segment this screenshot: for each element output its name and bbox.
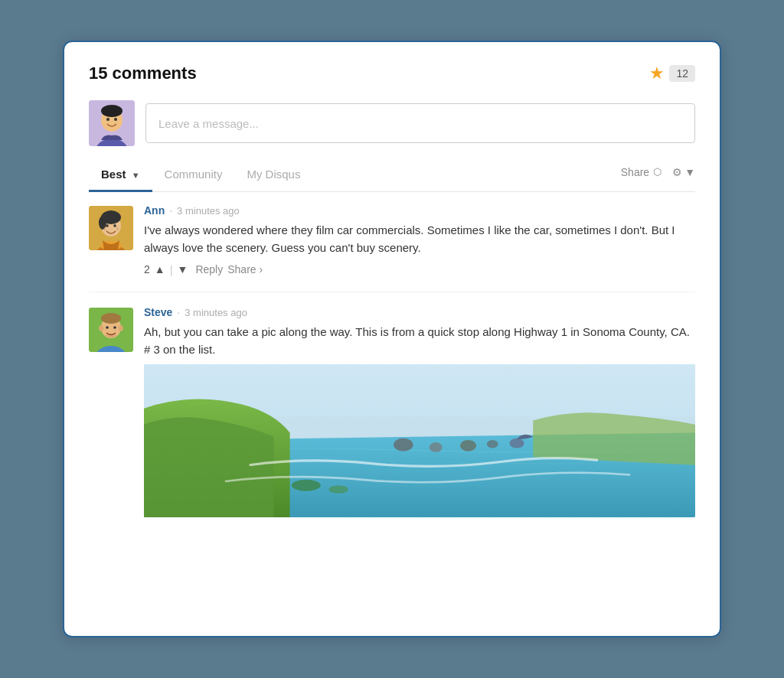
svg-point-3 [101, 105, 122, 117]
svg-point-11 [99, 216, 106, 230]
comment-text: Ah, but you can take a pic along the way… [144, 323, 695, 359]
svg-point-17 [101, 313, 121, 324]
comment-separator: · [177, 306, 180, 318]
svg-point-28 [510, 438, 524, 448]
svg-point-4 [106, 118, 109, 121]
svg-point-13 [113, 224, 116, 227]
comment-author: Steve [144, 306, 172, 318]
comment-body: Steve · 3 minutes ago Ah, but you can ta… [144, 306, 695, 518]
avatar [89, 308, 133, 352]
comment-share-button[interactable]: Share › [227, 263, 263, 275]
comment-meta: Steve · 3 minutes ago [144, 306, 695, 318]
comment-divider [89, 292, 695, 292]
svg-point-29 [292, 480, 321, 491]
vote-count: 2 [144, 263, 150, 275]
comment-author: Ann [144, 204, 165, 217]
comment-text: I've always wondered where they film car… [144, 221, 695, 257]
settings-arrow: ▼ [684, 166, 695, 178]
star-icon[interactable]: ★ [649, 65, 665, 82]
comment-image [144, 364, 695, 517]
comments-card: 15 comments ★ 12 [63, 41, 721, 637]
comment-actions: 2 ▲ | ▼ Reply Share › [144, 263, 695, 276]
svg-point-20 [106, 326, 109, 329]
svg-point-26 [460, 440, 476, 451]
tab-community[interactable]: Community [152, 160, 235, 192]
share-button[interactable]: Share ⬡ [621, 166, 662, 178]
card-header: 15 comments ★ 12 [89, 64, 695, 83]
tab-best[interactable]: Best ▼ [89, 160, 152, 192]
comments-list: Ann · 3 minutes ago I've always wondered… [89, 192, 695, 517]
current-user-avatar [89, 100, 135, 146]
svg-point-30 [328, 485, 348, 494]
svg-point-21 [113, 326, 116, 329]
svg-point-27 [487, 440, 498, 448]
upvote-button[interactable]: ▲ [155, 263, 165, 275]
vote-separator: | [170, 263, 173, 276]
svg-point-18 [99, 325, 103, 331]
table-row: Steve · 3 minutes ago Ah, but you can ta… [89, 306, 695, 518]
table-row: Ann · 3 minutes ago I've always wondered… [89, 204, 695, 276]
share-icon: ⬡ [653, 166, 662, 178]
gear-icon: ⚙ [672, 166, 682, 178]
tab-best-arrow: ▼ [132, 171, 140, 180]
svg-point-19 [119, 325, 123, 331]
svg-point-5 [114, 118, 117, 121]
tab-my-disqus[interactable]: My Disqus [234, 160, 312, 192]
message-area [89, 100, 695, 146]
star-count: 12 [669, 65, 695, 82]
tabs-right: Share ⬡ ⚙ ▼ [621, 166, 695, 186]
header-right: ★ 12 [649, 65, 695, 82]
tabs-left: Best ▼ Community My Disqus [89, 160, 312, 191]
downvote-button[interactable]: ▼ [178, 263, 188, 275]
tabs-row: Best ▼ Community My Disqus Share ⬡ ⚙ ▼ [89, 160, 695, 192]
reply-button[interactable]: Reply [195, 263, 223, 275]
comment-time: 3 minutes ago [177, 205, 240, 217]
svg-point-24 [394, 438, 413, 451]
message-input[interactable] [145, 103, 695, 143]
comment-separator: · [169, 204, 172, 217]
comment-meta: Ann · 3 minutes ago [144, 204, 695, 217]
comment-body: Ann · 3 minutes ago I've always wondered… [144, 204, 695, 276]
settings-button[interactable]: ⚙ ▼ [672, 166, 695, 178]
svg-point-25 [430, 442, 443, 452]
comment-time: 3 minutes ago [185, 307, 247, 318]
avatar [89, 206, 133, 250]
svg-point-12 [106, 224, 109, 227]
comments-title: 15 comments [89, 64, 197, 83]
